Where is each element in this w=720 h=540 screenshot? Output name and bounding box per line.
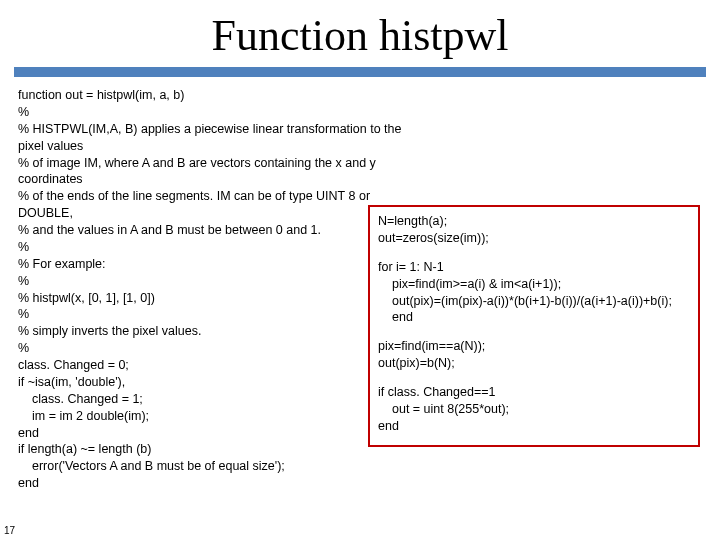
- page-number: 17: [4, 525, 15, 536]
- code-line: if length(a) ~= length (b): [18, 441, 413, 458]
- code-line: %: [18, 104, 413, 121]
- code-block: for i= 1: N-1 pix=find(im>=a(i) & im<a(i…: [378, 259, 690, 327]
- slide-body: function out = histpwl(im, a, b) % % HIS…: [0, 87, 720, 492]
- code-line: %: [18, 273, 413, 290]
- code-block: pix=find(im==a(N)); out(pix)=b(N);: [378, 338, 690, 372]
- code-line: im = im 2 double(im);: [18, 408, 413, 425]
- code-line: % HISTPWL(IM,A, B) applies a piecewise l…: [18, 121, 413, 155]
- code-line: out=zeros(size(im));: [378, 230, 690, 247]
- code-line: %: [18, 306, 413, 323]
- code-line: pix=find(im>=a(i) & im<a(i+1));: [378, 276, 690, 293]
- slide: Function histpwl function out = histpwl(…: [0, 0, 720, 540]
- code-line: if class. Changed==1: [378, 384, 690, 401]
- code-line: out(pix)=(im(pix)-a(i))*(b(i+1)-b(i))/(a…: [378, 293, 690, 310]
- code-line: % and the values in A and B must be betw…: [18, 222, 413, 239]
- code-block: if class. Changed==1 out = uint 8(255*ou…: [378, 384, 690, 435]
- code-line: %: [18, 239, 413, 256]
- code-line: end: [378, 309, 690, 326]
- code-left-column: function out = histpwl(im, a, b) % % HIS…: [18, 87, 413, 492]
- code-line: if ~isa(im, 'double'),: [18, 374, 413, 391]
- code-line: for i= 1: N-1: [378, 259, 690, 276]
- code-line: % of the ends of the line segments. IM c…: [18, 188, 413, 222]
- code-line: end: [18, 425, 413, 442]
- title-underline: [14, 67, 706, 77]
- code-line: function out = histpwl(im, a, b): [18, 87, 413, 104]
- code-line: % For example:: [18, 256, 413, 273]
- code-line: end: [378, 418, 690, 435]
- code-block: N=length(a); out=zeros(size(im));: [378, 213, 690, 247]
- code-line: % simply inverts the pixel values.: [18, 323, 413, 340]
- code-line: class. Changed = 0;: [18, 357, 413, 374]
- code-line: % histpwl(x, [0, 1], [1, 0]): [18, 290, 413, 307]
- code-line: pix=find(im==a(N));: [378, 338, 690, 355]
- code-line: % of image IM, where A and B are vectors…: [18, 155, 413, 189]
- code-line: %: [18, 340, 413, 357]
- code-line: end: [18, 475, 413, 492]
- slide-title: Function histpwl: [0, 0, 720, 67]
- code-line: out(pix)=b(N);: [378, 355, 690, 372]
- code-line: error('Vectors A and B must be of equal …: [18, 458, 413, 475]
- code-line: out = uint 8(255*out);: [378, 401, 690, 418]
- code-line: N=length(a);: [378, 213, 690, 230]
- code-right-box: N=length(a); out=zeros(size(im)); for i=…: [368, 205, 700, 447]
- code-line: class. Changed = 1;: [18, 391, 413, 408]
